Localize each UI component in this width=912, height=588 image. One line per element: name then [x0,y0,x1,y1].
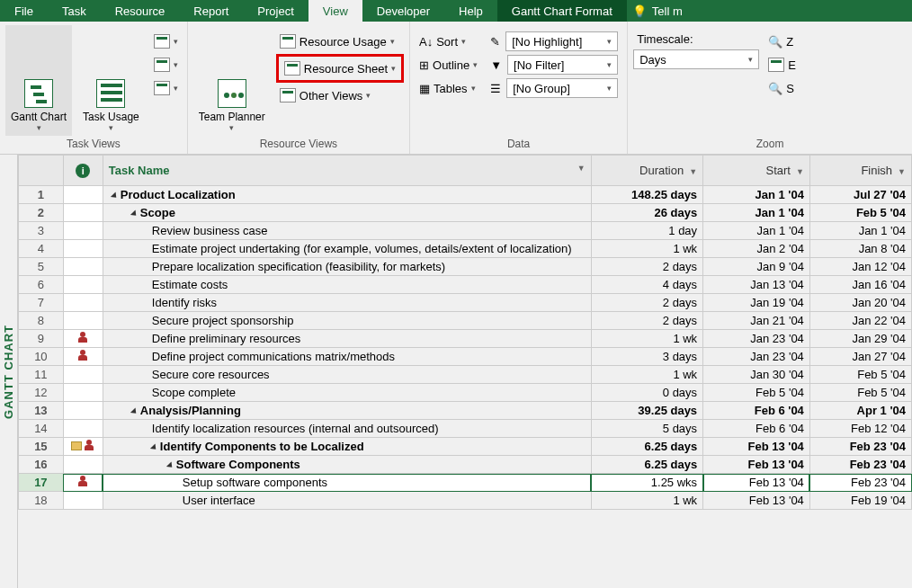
collapse-icon[interactable] [111,192,119,200]
finish-cell[interactable]: Feb 12 '04 [809,420,911,438]
finish-cell[interactable]: Feb 5 '04 [809,204,911,222]
start-cell[interactable]: Feb 13 '04 [703,474,810,492]
table-row[interactable]: 8Secure project sponsorship2 daysJan 21 … [19,312,912,330]
dur-cell[interactable]: 1 wk [591,366,702,384]
task-usage-button[interactable]: Task Usage ▾ [77,25,145,136]
task-name-cell[interactable]: User interface [103,492,591,510]
chevron-down-icon[interactable]: ▼ [689,167,697,176]
header-start[interactable]: Start▼ [703,156,810,186]
outline-button[interactable]: ⊞Outline▾ [416,54,481,76]
group-field[interactable]: [No Group]▾ [506,78,618,98]
start-cell[interactable]: Feb 5 '04 [703,384,810,402]
finish-cell[interactable]: Feb 5 '04 [809,384,911,402]
table-row[interactable]: 1Product Localization148.25 daysJan 1 '0… [19,186,912,204]
dur-cell[interactable]: 2 days [591,294,702,312]
task-grid[interactable]: i Task Name▼ Duration▼ Start▼ Finish▼ 1P… [18,155,912,510]
dur-cell[interactable]: 1.25 wks [591,474,702,492]
task-name-cell[interactable]: Estimate project undertaking (for exampl… [103,240,591,258]
task-name-cell[interactable]: Scope [103,204,591,222]
header-task-name[interactable]: Task Name▼ [103,156,591,186]
table-row[interactable]: 15Identify Components to be Localized6.2… [19,438,912,456]
finish-cell[interactable]: Jan 1 '04 [809,222,911,240]
start-cell[interactable]: Jan 1 '04 [703,186,810,204]
row-number[interactable]: 10 [19,348,64,366]
row-number[interactable]: 16 [19,456,64,474]
start-cell[interactable]: Feb 13 '04 [703,492,810,510]
tab-file[interactable]: File [0,0,48,22]
start-cell[interactable]: Jan 23 '04 [703,348,810,366]
finish-cell[interactable]: Feb 5 '04 [809,366,911,384]
finish-cell[interactable]: Jan 20 '04 [809,294,911,312]
collapse-icon[interactable] [130,407,139,415]
tables-button[interactable]: ▦Tables▾ [416,77,481,99]
row-number[interactable]: 1 [19,186,64,204]
collapse-icon[interactable] [166,461,174,469]
team-planner-button[interactable]: Team Planner ▾ [193,25,271,136]
start-cell[interactable]: Jan 13 '04 [703,276,810,294]
dur-cell[interactable]: 1 day [591,222,702,240]
finish-cell[interactable]: Jan 8 '04 [809,240,911,258]
table-row[interactable]: 5Prepare localization specification (fea… [19,258,912,276]
dur-cell[interactable]: 1 wk [591,330,702,348]
calendar-button[interactable]: ▾ [150,54,182,76]
tab-developer[interactable]: Developer [362,0,444,22]
dur-cell[interactable]: 2 days [591,312,702,330]
task-name-cell[interactable]: Scope complete [103,384,591,402]
task-name-cell[interactable]: Secure project sponsorship [103,312,591,330]
row-number[interactable]: 12 [19,384,64,402]
dur-cell[interactable]: 1 wk [591,492,702,510]
tab-resource[interactable]: Resource [101,0,180,22]
start-cell[interactable]: Feb 13 '04 [703,456,810,474]
finish-cell[interactable]: Apr 1 '04 [809,402,911,420]
finish-cell[interactable]: Feb 19 '04 [809,492,911,510]
other-task-views-button[interactable]: ▾ [150,77,182,99]
finish-cell[interactable]: Jan 12 '04 [809,258,911,276]
row-number[interactable]: 13 [19,402,64,420]
table-row[interactable]: 9Define preliminary resources1 wkJan 23 … [19,330,912,348]
table-row[interactable]: 12Scope complete0 daysFeb 5 '04Feb 5 '04 [19,384,912,402]
dur-cell[interactable]: 148.25 days [591,186,702,204]
entire-project-button[interactable]: E [764,54,800,76]
row-number[interactable]: 14 [19,420,64,438]
row-number[interactable]: 8 [19,312,64,330]
filter-field[interactable]: [No Filter]▾ [507,55,618,75]
row-number[interactable]: 18 [19,492,64,510]
table-row[interactable]: 16Software Components6.25 daysFeb 13 '04… [19,456,912,474]
start-cell[interactable]: Jan 2 '04 [703,240,810,258]
chevron-down-icon[interactable]: ▼ [577,164,586,173]
task-name-cell[interactable]: Software Components [103,456,591,474]
dur-cell[interactable]: 6.25 days [591,456,702,474]
sort-button[interactable]: A↓Sort▾ [416,31,481,52]
tell-me[interactable]: 💡Tell m [627,0,688,22]
finish-cell[interactable]: Jan 27 '04 [809,348,911,366]
row-number[interactable]: 4 [19,240,64,258]
start-cell[interactable]: Jan 19 '04 [703,294,810,312]
row-number[interactable]: 11 [19,366,64,384]
collapse-icon[interactable] [150,443,158,451]
network-diagram-button[interactable]: ▾ [150,31,182,52]
table-row[interactable]: 17Setup software components1.25 wksFeb 1… [19,474,912,492]
header-rownum[interactable] [19,156,64,186]
start-cell[interactable]: Jan 1 '04 [703,204,810,222]
tab-help[interactable]: Help [444,0,497,22]
row-number[interactable]: 5 [19,258,64,276]
task-name-cell[interactable]: Secure core resources [103,366,591,384]
task-name-cell[interactable]: Setup software components [103,474,591,492]
tab-view[interactable]: View [308,0,362,22]
header-finish[interactable]: Finish▼ [809,156,911,186]
finish-cell[interactable]: Feb 23 '04 [809,438,911,456]
dur-cell[interactable]: 1 wk [591,240,702,258]
dur-cell[interactable]: 2 days [591,258,702,276]
table-row[interactable]: 2Scope26 daysJan 1 '04Feb 5 '04 [19,204,912,222]
highlight-field[interactable]: [No Highlight]▾ [505,31,618,51]
row-number[interactable]: 9 [19,330,64,348]
chevron-down-icon[interactable]: ▼ [796,167,804,176]
dur-cell[interactable]: 0 days [591,384,702,402]
start-cell[interactable]: Jan 9 '04 [703,258,810,276]
table-row[interactable]: 4Estimate project undertaking (for examp… [19,240,912,258]
finish-cell[interactable]: Jan 16 '04 [809,276,911,294]
tab-gantt-chart-format[interactable]: Gantt Chart Format [497,0,627,22]
finish-cell[interactable]: Jul 27 '04 [809,186,911,204]
start-cell[interactable]: Feb 6 '04 [703,402,810,420]
resource-sheet-button[interactable]: Resource Sheet ▾ [281,58,399,79]
